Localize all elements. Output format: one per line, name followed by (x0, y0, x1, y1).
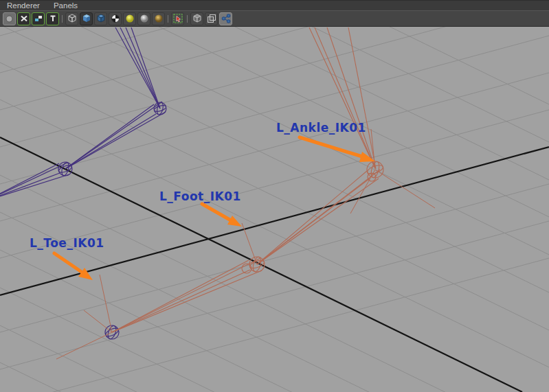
isolate-select-button[interactable] (171, 12, 184, 25)
use-all-lights-button[interactable] (123, 12, 136, 25)
wireframe-cube-button[interactable] (65, 12, 78, 25)
scene-3d[interactable] (0, 27, 549, 392)
yellow-light-sphere-icon (124, 13, 135, 24)
gray-sphere-button[interactable] (3, 12, 16, 25)
viewport-grid (0, 27, 549, 392)
ik-handle-lines[interactable] (56, 129, 435, 359)
checker-sphere-icon (110, 13, 121, 24)
field-chart-button[interactable] (46, 12, 59, 25)
wireframe-cube-icon (67, 13, 78, 24)
purple-upper-bone[interactable] (115, 27, 160, 108)
toolbar-separator (186, 14, 189, 23)
textured-button[interactable] (109, 12, 122, 25)
ambient-occlusion-button[interactable] (152, 12, 165, 25)
xray-joints-button[interactable] (219, 12, 232, 25)
toolbar-separator (166, 14, 170, 23)
grid-axis-lines (0, 137, 549, 392)
film-gate-button[interactable] (17, 12, 30, 25)
panel-menu-bar: Renderer Panels (0, 0, 549, 10)
film-gate-icon (19, 14, 29, 23)
annotation-label-foot: L_Foot_IK01 (159, 189, 241, 203)
isolate-select-icon (172, 13, 183, 24)
viewport[interactable]: L_Ankle_IK01 L_Foot_IK01 L_Toe_IK01 (0, 27, 549, 392)
menu-panels[interactable]: Panels (54, 1, 78, 10)
purple-middle-bone[interactable] (65, 102, 166, 169)
toolbar-separator (60, 14, 64, 23)
gray-shadow-sphere-icon (139, 13, 150, 24)
xray-joints-icon (221, 13, 232, 24)
resolution-gate-icon (34, 14, 43, 23)
foot-arrow (202, 204, 242, 227)
shin-bone[interactable] (309, 27, 376, 169)
wireframe-on-shaded-cube-icon (96, 13, 107, 24)
shaded-cube-button[interactable] (80, 12, 93, 25)
shadows-button[interactable] (137, 12, 150, 25)
xray-squares-icon (206, 13, 217, 24)
annotation-label-toe: L_Toe_IK01 (30, 236, 104, 250)
resolution-gate-button[interactable] (32, 12, 45, 25)
gold-ao-sphere-icon (153, 13, 164, 24)
field-chart-icon (48, 14, 58, 23)
maya-viewport-panel: Renderer Panels (0, 0, 549, 392)
annotation-label-ankle: L_Ankle_IK01 (276, 121, 366, 135)
shaded-cube-icon (81, 13, 92, 24)
xray-button[interactable] (190, 12, 203, 25)
wireframe-on-shaded-button[interactable] (94, 12, 107, 25)
gray-sphere-icon (5, 14, 14, 23)
xray-active-components-button[interactable] (205, 12, 218, 25)
panel-toolbar (0, 10, 549, 27)
xray-cube-icon (192, 13, 203, 24)
menu-renderer[interactable]: Renderer (7, 1, 40, 10)
foot-toe-bone[interactable] (112, 258, 262, 332)
